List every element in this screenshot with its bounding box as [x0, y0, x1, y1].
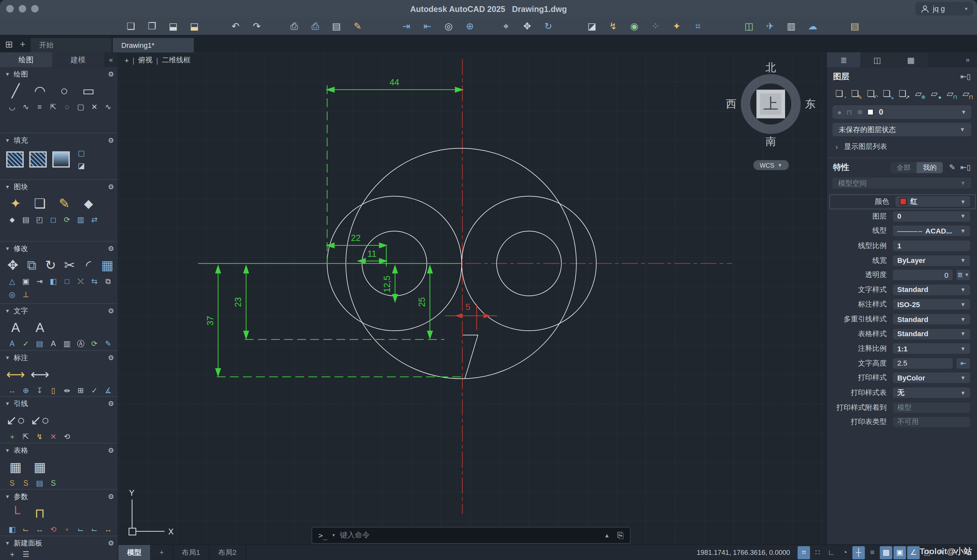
property-value-transparency[interactable]: 0	[892, 269, 954, 281]
tool-table-sync[interactable]: S	[47, 478, 60, 489]
collapse-palette-button[interactable]: «	[104, 52, 118, 67]
tool-set-tab-建模[interactable]: 建模	[52, 52, 104, 67]
layer-unlock-button[interactable]: ▱⊓	[959, 87, 973, 100]
tool-clean[interactable]: ⊥	[20, 289, 32, 300]
command-input[interactable]: 键入命令	[340, 530, 370, 541]
section-gear-icon[interactable]: ⚙	[108, 136, 114, 144]
show-layer-list-button[interactable]: › 显示图层列表	[827, 137, 977, 155]
new-drawing-tab-button[interactable]: +	[20, 39, 25, 49]
viewcube-east[interactable]: 东	[805, 97, 816, 111]
tool-join[interactable]: ⇆	[88, 276, 100, 287]
tool-insert-block[interactable]: ✦	[6, 194, 25, 213]
property-value-annotation-scale[interactable]: 1:1▼	[892, 343, 971, 355]
tool-add-leader[interactable]: ＋	[6, 431, 18, 442]
purge-button[interactable]: ✦	[670, 20, 683, 33]
user-account-button[interactable]: jq g ▾	[915, 2, 973, 15]
lineweight-display-toggle[interactable]: ≡	[866, 546, 879, 559]
tab-sheets[interactable]: ▦	[894, 52, 927, 67]
layer-freeze-button[interactable]: ▱❄	[911, 87, 925, 100]
share-drawing-button[interactable]: ✈	[764, 20, 776, 33]
dynamic-ucs-toggle[interactable]: ∠	[907, 546, 920, 559]
tool-hide-constraint[interactable]: ◦	[61, 524, 73, 535]
section-gear-icon[interactable]: ⚙	[108, 183, 114, 191]
tab-drawing1[interactable]: Drawing1*	[113, 38, 194, 52]
tool-smart-dimension[interactable]: ⟷	[6, 365, 25, 384]
section-collapse-icon[interactable]: ▼	[5, 246, 10, 252]
viewport-view-control[interactable]: 俯视	[138, 55, 152, 65]
section-gear-icon[interactable]: ⚙	[108, 353, 114, 362]
open-file-button[interactable]: ❐	[146, 20, 158, 33]
tool-constraint-a[interactable]: ⌙	[75, 524, 87, 535]
tab-references[interactable]: ◫	[860, 52, 894, 67]
tool-circle[interactable]: ○	[55, 82, 74, 100]
layout-tab-布局1[interactable]: 布局1	[173, 545, 210, 560]
count-button[interactable]: ⌗	[692, 20, 704, 33]
tool-multileader-style[interactable]: ↙○	[30, 411, 49, 430]
tool-pdf-text-tools[interactable]: ✎	[102, 338, 114, 350]
tab-overview-icon[interactable]: ⊞	[5, 39, 16, 49]
layers-dock-icon[interactable]: ⇤▯	[960, 72, 971, 81]
ortho-mode-toggle[interactable]: ∟	[825, 546, 837, 559]
tool-adjust-space[interactable]: ▯	[47, 385, 60, 396]
quick-select-button[interactable]: ↯	[607, 20, 619, 33]
space-selector[interactable]: 模型空间 ▼	[832, 177, 972, 190]
current-layer-dropdown[interactable]: 0 ▼ ●⊓❄	[832, 105, 972, 120]
tool-sync-attributes[interactable]: ⟳	[61, 214, 73, 225]
grid-display-toggle[interactable]: ⌗	[798, 546, 810, 559]
tool-constraint-b[interactable]: ⌙	[88, 524, 100, 535]
property-value-table-style[interactable]: Standard▼	[892, 328, 971, 340]
tool-attribute-display[interactable]: ▥	[75, 214, 87, 225]
layer-unisolate-button[interactable]: ❏↗	[895, 87, 910, 100]
viewcube-south[interactable]: 南	[765, 135, 776, 149]
property-value-lineweight[interactable]: ByLayer▼	[892, 255, 971, 267]
tool-panel-list[interactable]: ☰	[20, 549, 32, 558]
tool-write-block[interactable]: ◰	[33, 214, 45, 225]
pan-button[interactable]: ✥	[521, 20, 534, 33]
tool-pdf-import-text[interactable]: A	[47, 338, 60, 350]
tool-arc[interactable]: ◠	[30, 82, 49, 100]
section-collapse-icon[interactable]: ▼	[5, 72, 10, 77]
expand-palette-button[interactable]: »	[958, 52, 977, 67]
command-history-caret[interactable]: ▾	[332, 533, 335, 538]
drawing-compare-button[interactable]: ◫	[743, 20, 755, 33]
layer-state-dropdown[interactable]: 未保存的图层状态 ▼	[832, 122, 972, 137]
property-value-color[interactable]: 红▼	[895, 196, 970, 208]
tool-stretch[interactable]: ⇥	[33, 276, 45, 287]
zoom-window-button[interactable]	[31, 5, 38, 12]
render-button[interactable]: ▥	[785, 20, 798, 33]
section-collapse-icon[interactable]: ▼	[5, 494, 10, 499]
tool-set-tab-绘图[interactable]: 绘图	[0, 52, 52, 67]
text-height-button[interactable]: ⇤	[956, 358, 970, 370]
tool-array[interactable]: ▦	[101, 256, 114, 275]
tool-linear-parameter[interactable]: ↔	[33, 524, 45, 535]
tool-continue-dimension[interactable]: ⇹	[61, 385, 73, 396]
layer-match-button[interactable]: ❏✎	[848, 87, 862, 100]
tool-check-dimension[interactable]: ✓	[88, 385, 100, 396]
object-snap-tracking-toggle[interactable]: ┼	[852, 546, 865, 559]
tool-multiline-text[interactable]: A	[6, 318, 25, 337]
tool-show-constraints[interactable]: ⌙	[20, 524, 32, 535]
section-gear-icon[interactable]: ⚙	[108, 70, 114, 78]
layout-tab-模型[interactable]: 模型	[118, 545, 150, 560]
tool-line[interactable]: ╱	[6, 82, 25, 100]
tool-geometric-constraint[interactable]: └	[6, 504, 25, 523]
polar-tracking-toggle[interactable]: ◔	[839, 546, 851, 559]
undo-button[interactable]: ↶	[229, 20, 242, 33]
tool-offset[interactable]: ⧉	[102, 276, 114, 287]
tool-param-light-a[interactable]: ↔	[102, 524, 114, 535]
tool-add-panel[interactable]: ＋	[6, 549, 18, 558]
section-gear-icon[interactable]: ⚙	[108, 245, 114, 253]
property-value-text-style[interactable]: Standard▼	[892, 284, 971, 296]
filter-all-button[interactable]: 全部	[890, 162, 917, 173]
tool-break[interactable]: ⤬	[75, 276, 87, 287]
layout-tab-布局2[interactable]: 布局2	[209, 545, 246, 560]
viewport-visual-style-control[interactable]: 二维线框	[162, 55, 191, 65]
tool-edit-block[interactable]: ✎	[55, 194, 74, 213]
tool-arc-3point[interactable]: ◡	[6, 102, 18, 113]
tool-collect-leaders[interactable]: ⟲	[61, 431, 73, 442]
section-collapse-icon[interactable]: ▼	[5, 355, 10, 360]
blend-button[interactable]: ⁘	[649, 20, 662, 33]
tool-text-style[interactable]: A	[6, 338, 18, 350]
property-value-text-height[interactable]: 2.5	[892, 358, 954, 370]
tool-trim[interactable]: ✂	[63, 256, 76, 275]
